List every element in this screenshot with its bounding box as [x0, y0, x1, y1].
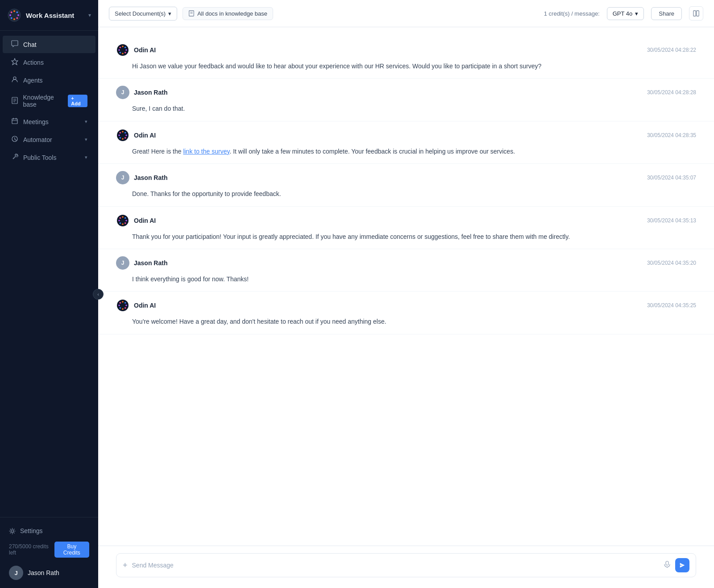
svg-point-6	[11, 17, 12, 19]
message-sender-7: Odin AI	[116, 299, 156, 312]
sidebar-item-knowledge-base[interactable]: Knowledge base + Add	[3, 89, 95, 113]
sidebar-item-agents[interactable]: Agents	[3, 71, 95, 89]
message-input[interactable]	[132, 562, 659, 569]
sidebar-automator-label: Automator	[23, 136, 52, 143]
message-header-3: Odin AI 30/05/2024 04:28:35	[116, 129, 696, 142]
layout-toggle-button[interactable]	[689, 6, 703, 21]
message-block-1: Odin AI 30/05/2024 04:28:22 Hi Jason we …	[98, 36, 714, 79]
svg-point-50	[118, 220, 120, 221]
attach-button[interactable]: +	[123, 561, 128, 569]
sidebar-item-meetings[interactable]: Meetings ▾	[3, 113, 95, 130]
odin-ai-logo-icon-5	[116, 214, 129, 227]
select-documents-button[interactable]: Select Document(s) ▾	[109, 7, 177, 21]
sidebar-chat-label: Chat	[23, 41, 37, 48]
svg-point-35	[122, 131, 124, 133]
svg-point-27	[125, 47, 126, 49]
sender-name-3: Odin AI	[134, 132, 156, 139]
share-button[interactable]: Share	[651, 7, 682, 20]
credits-info-label: 1 credit(s) / message:	[544, 10, 600, 17]
sidebar-actions-label: Actions	[23, 59, 44, 66]
message-block-6: J Jason Rath 30/05/2024 04:35:20 I think…	[98, 249, 714, 292]
message-header-5: Odin AI 30/05/2024 04:35:13	[116, 214, 696, 227]
sender-name-1: Odin AI	[134, 46, 156, 54]
credits-text: 270/5000 credits left	[9, 543, 54, 556]
svg-point-45	[125, 217, 126, 219]
user-avatar-sm-6: J	[116, 256, 129, 270]
svg-point-2	[16, 12, 18, 13]
message-time-3: 30/05/2024 04:28:35	[647, 132, 696, 138]
message-time-2: 30/05/2024 04:28:28	[647, 89, 696, 96]
knowledge-base-add-badge[interactable]: + Add	[68, 95, 87, 107]
message-sender-1: Odin AI	[116, 43, 156, 57]
sidebar-collapse-button[interactable]: ‹	[93, 289, 104, 300]
message-body-6: I think everything is good for now. Than…	[116, 274, 696, 284]
main-panel: Select Document(s) ▾ All docs in knowled…	[98, 0, 714, 588]
microphone-button[interactable]	[664, 561, 671, 570]
svg-point-28	[125, 49, 127, 51]
sidebar-item-chat[interactable]: Chat	[3, 36, 95, 53]
model-selector-button[interactable]: GPT 4o ▾	[607, 7, 644, 20]
sidebar-item-actions[interactable]: Actions	[3, 54, 95, 71]
sender-name-4: Jason Rath	[134, 174, 167, 181]
sender-name-6: Jason Rath	[134, 259, 167, 267]
svg-point-46	[125, 220, 127, 221]
svg-point-38	[125, 137, 126, 139]
settings-icon	[9, 528, 16, 534]
topbar-left: Select Document(s) ▾ All docs in knowled…	[109, 7, 273, 21]
docs-badge: All docs in knowledge base	[183, 7, 273, 20]
app-title: Work Assistant	[26, 12, 74, 19]
odin-ai-logo-icon-7	[116, 299, 129, 312]
send-button[interactable]	[675, 558, 689, 572]
message-time-7: 30/05/2024 04:35:25	[647, 302, 696, 309]
model-label: GPT 4o	[613, 10, 633, 17]
user-avatar: J	[9, 566, 23, 580]
model-chevron-icon: ▾	[635, 10, 638, 17]
svg-point-51	[120, 217, 121, 219]
message-block-2: J Jason Rath 30/05/2024 04:28:28 Sure, I…	[98, 79, 714, 121]
message-sender-4: J Jason Rath	[116, 171, 167, 184]
message-time-5: 30/05/2024 04:35:13	[647, 217, 696, 224]
svg-point-7	[9, 14, 11, 16]
message-body-4: Done. Thanks for the opportunity to prov…	[116, 189, 696, 199]
svg-point-39	[122, 138, 124, 140]
svg-rect-61	[666, 561, 668, 565]
sidebar-collapse-chevron[interactable]: ▾	[88, 12, 91, 18]
svg-point-41	[118, 134, 120, 136]
user-avatar-sm-2: J	[116, 86, 129, 99]
message-body-5: Thank you for your participation! Your i…	[116, 232, 696, 242]
user-avatar-sm-4: J	[116, 171, 129, 184]
svg-point-37	[125, 134, 127, 136]
message-sender-2: J Jason Rath	[116, 86, 167, 99]
svg-point-31	[120, 52, 121, 54]
svg-point-44	[122, 216, 124, 218]
survey-link[interactable]: link to the survey	[183, 148, 229, 155]
message-block-7: Odin AI 30/05/2024 04:35:25 You're welco…	[98, 292, 714, 334]
chat-icon	[11, 40, 19, 49]
svg-point-59	[118, 305, 120, 307]
svg-point-30	[122, 53, 124, 54]
svg-rect-23	[693, 11, 696, 16]
sidebar-item-public-tools[interactable]: Public Tools ▾	[3, 149, 95, 166]
message-sender-6: J Jason Rath	[116, 256, 167, 270]
user-profile-row[interactable]: J Jason Rath	[7, 561, 91, 582]
svg-point-1	[13, 10, 15, 12]
buy-credits-button[interactable]: Buy Credits	[54, 542, 89, 558]
actions-icon	[11, 58, 19, 67]
svg-point-40	[120, 137, 121, 139]
message-sender-3: Odin AI	[116, 129, 156, 142]
message-block-3: Odin AI 30/05/2024 04:28:35 Great! Here …	[98, 121, 714, 164]
input-area: +	[98, 546, 714, 588]
svg-marker-9	[12, 58, 18, 65]
svg-point-47	[125, 222, 126, 224]
user-name: Jason Rath	[28, 569, 59, 576]
odin-ai-logo-icon	[116, 43, 129, 57]
svg-point-8	[11, 12, 12, 13]
svg-point-29	[125, 52, 126, 54]
sidebar-item-automator[interactable]: Automator ▾	[3, 131, 95, 148]
svg-point-57	[122, 309, 124, 310]
topbar: Select Document(s) ▾ All docs in knowled…	[98, 0, 714, 27]
sidebar-knowledge-base-label: Knowledge base	[23, 94, 68, 108]
sidebar-logo-area: Work Assistant	[7, 8, 74, 22]
settings-item[interactable]: Settings	[7, 524, 91, 538]
message-body-2: Sure, I can do that.	[116, 104, 696, 113]
